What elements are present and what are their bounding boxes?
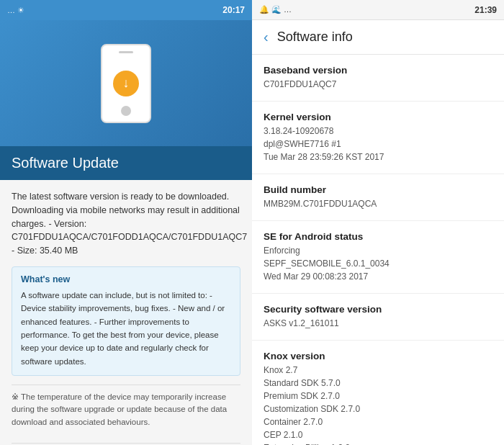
- info-value-5: Knox 2.7 Standard SDK 5.7.0 Premium SDK …: [264, 364, 492, 445]
- info-label-5: Knox version: [264, 351, 492, 361]
- info-section-0: Baseband versionC701FDDU1AQC7: [252, 55, 504, 102]
- update-description: The latest software version is ready to …: [12, 190, 240, 258]
- left-panel: … ☀ 20:17 ↓ Software Update The latest s…: [0, 0, 252, 445]
- right-panel: 🔔 🌊 … 21:39 ‹ Software info Baseband ver…: [252, 0, 504, 445]
- left-status-icons-left: … ☀: [7, 6, 24, 15]
- info-value-3: Enforcing SEPF_SECMOBILE_6.0.1_0034 Wed …: [264, 244, 492, 283]
- right-status-time: 21:39: [474, 5, 497, 15]
- left-status-bar: … ☀ 20:17: [0, 0, 252, 20]
- info-label-2: Build number: [264, 184, 492, 195]
- back-arrow-icon[interactable]: ‹: [264, 29, 269, 45]
- whats-new-title: What's new: [21, 274, 231, 284]
- info-section-4: Security software versionASKS v1.2_16101…: [252, 294, 504, 341]
- phone-illustration: ↓: [101, 44, 151, 123]
- download-arrow-icon: ↓: [113, 71, 139, 96]
- left-status-time: 20:17: [222, 5, 245, 15]
- info-section-2: Build numberMMB29M.C701FDDU1AQCA: [252, 174, 504, 221]
- right-status-bar: 🔔 🌊 … 21:39: [252, 0, 504, 20]
- right-content: Baseband versionC701FDDU1AQC7Kernel vers…: [252, 55, 504, 445]
- info-value-4: ASKS v1.2_161011: [264, 317, 492, 330]
- info-section-1: Kernel version3.18.24-10920678 dpl@SWHE7…: [252, 102, 504, 174]
- left-blue-header: ↓: [0, 20, 252, 146]
- info-value-0: C701FDDU1AQC7: [264, 78, 492, 91]
- info-label-1: Kernel version: [264, 112, 492, 122]
- info-value-1: 3.18.24-10920678 dpl@SWHE7716 #1 Tue Mar…: [264, 125, 492, 163]
- temp-notice: ※ The temperature of the device may temp…: [12, 385, 240, 434]
- info-label-3: SE for Android status: [264, 231, 492, 242]
- left-panel-title: Software Update: [12, 155, 240, 171]
- info-label-0: Baseband version: [264, 65, 492, 76]
- left-title-bar: Software Update: [0, 146, 252, 180]
- info-label-4: Security software version: [264, 304, 492, 315]
- whats-new-content: A software update can include, but is no…: [21, 289, 231, 368]
- left-main-content: The latest software version is ready to …: [0, 180, 252, 445]
- info-value-2: MMB29M.C701FDDU1AQCA: [264, 197, 492, 210]
- info-section-5: Knox versionKnox 2.7 Standard SDK 5.7.0 …: [252, 341, 504, 445]
- whats-new-box: What's new A software update can include…: [12, 266, 240, 376]
- info-section-3: SE for Android statusEnforcing SEPF_SECM…: [252, 221, 504, 294]
- right-status-icons-left: 🔔 🌊 …: [259, 5, 292, 14]
- right-panel-title: Software info: [277, 30, 353, 45]
- right-header: ‹ Software info: [252, 20, 504, 55]
